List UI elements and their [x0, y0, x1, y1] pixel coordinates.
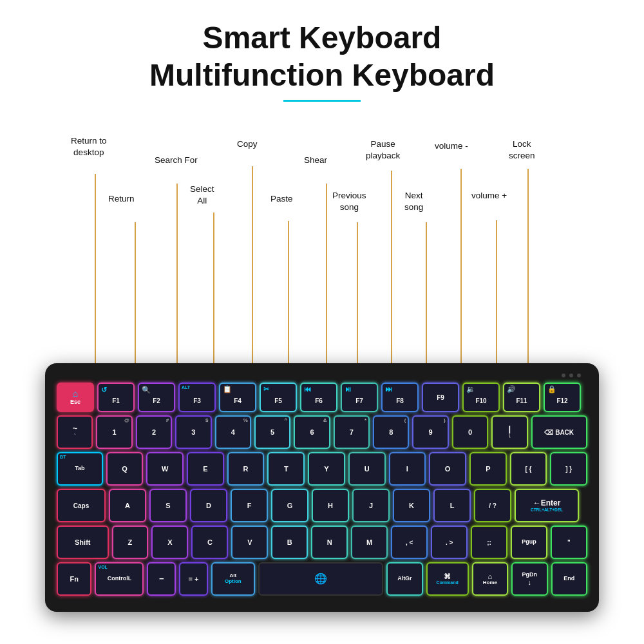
label-shear: Shear [304, 155, 327, 166]
key-o[interactable]: O [429, 452, 466, 486]
key-b[interactable]: B [271, 526, 308, 559]
key-k[interactable]: K [393, 489, 430, 522]
key-shift[interactable]: Shift [57, 526, 109, 559]
f6-icon: ⏮ [304, 385, 311, 393]
key-7[interactable]: 7* [334, 415, 370, 449]
key-command[interactable]: ⌘ Command [426, 562, 469, 596]
key-z[interactable]: Z [112, 526, 149, 559]
f5-label: F5 [274, 397, 282, 404]
key-9[interactable]: 9) [412, 415, 448, 449]
key-equals[interactable]: = + [179, 562, 208, 596]
key-pipe[interactable]: |\ [491, 415, 527, 449]
f12-icon: 🔒 [547, 385, 556, 393]
key-g[interactable]: G [271, 489, 308, 522]
key-y[interactable]: Y [308, 452, 345, 486]
key-f11[interactable]: 🔊 F11 [503, 383, 540, 412]
key-tab[interactable]: BT Tab [57, 452, 103, 486]
key-minus[interactable]: − [147, 562, 176, 596]
key-2[interactable]: 2# [136, 415, 172, 449]
zxcv-row: Shift Z X C V B N M , < . > ;: Pgup " [57, 526, 587, 559]
key-w[interactable]: W [146, 452, 184, 486]
key-dot[interactable]: . > [431, 526, 468, 559]
key-t[interactable]: T [267, 452, 305, 486]
key-h[interactable]: H [312, 489, 349, 522]
key-f[interactable]: F [231, 489, 268, 522]
key-s[interactable]: S [149, 489, 187, 522]
number-row: ~` 1@ 2# 3$ 4% 5^ 6& 7* 8( 9) 0 |\ ⌫ BAC… [57, 415, 587, 449]
key-home[interactable]: ⌂ Home [472, 562, 508, 596]
label-lock-screen: Lockscreen [509, 138, 535, 161]
esc-icon: ⌂ [73, 389, 78, 399]
key-f9[interactable]: F9 [422, 383, 459, 412]
key-a[interactable]: A [109, 489, 146, 522]
key-u[interactable]: U [348, 452, 386, 486]
key-4[interactable]: 4% [215, 415, 251, 449]
title-underline [283, 100, 361, 102]
key-fn[interactable]: Fn [57, 562, 91, 596]
key-d[interactable]: D [190, 489, 227, 522]
key-f3[interactable]: ALT F3 [178, 383, 216, 412]
key-n[interactable]: N [311, 526, 348, 559]
key-x[interactable]: X [151, 526, 188, 559]
label-volume-minus: volume - [435, 140, 468, 152]
labels-area: Return todesktop Search For Copy Shear P… [0, 122, 644, 354]
key-alt[interactable]: Alt Option [211, 562, 255, 596]
f2-icon: 🔍 [142, 386, 151, 393]
led-3 [577, 374, 581, 377]
key-ctrl[interactable]: VOL ControlL [95, 562, 144, 596]
f10-label: F10 [475, 397, 486, 404]
key-5[interactable]: 5^ [254, 415, 290, 449]
key-3[interactable]: 3$ [175, 415, 211, 449]
key-f5[interactable]: ✂ F5 [260, 383, 297, 412]
label-copy: Copy [237, 138, 258, 150]
key-lbracket[interactable]: [ { [510, 452, 547, 486]
f1-label: F1 [112, 397, 120, 404]
key-v[interactable]: V [231, 526, 268, 559]
keyboard-wrapper: ⌂ Esc ↺ F1 🔍 F2 ALT F3 📋 F4 ✂ F5 [45, 363, 599, 612]
key-enter[interactable]: ←Enter CTRL+ALT+DEL [515, 489, 579, 522]
key-f10[interactable]: 🔉 F10 [462, 383, 500, 412]
key-esc[interactable]: ⌂ Esc [57, 383, 94, 412]
key-caps[interactable]: Caps [57, 489, 106, 522]
key-tilde[interactable]: ~` [57, 415, 93, 449]
key-f7[interactable]: ⏯ F7 [341, 383, 378, 412]
key-f4[interactable]: 📋 F4 [219, 383, 256, 412]
key-semi[interactable]: ;: [471, 526, 507, 559]
key-0[interactable]: 0 [452, 415, 488, 449]
f11-icon: 🔊 [507, 385, 516, 393]
f6-label: F6 [315, 397, 323, 404]
key-comma[interactable]: , < [391, 526, 428, 559]
key-i[interactable]: I [389, 452, 426, 486]
key-f6[interactable]: ⏮ F6 [300, 383, 337, 412]
key-q[interactable]: Q [106, 452, 144, 486]
f7-label: F7 [355, 397, 363, 404]
key-quote[interactable]: " [551, 526, 587, 559]
key-slash[interactable]: / ? [474, 489, 511, 522]
key-r[interactable]: R [227, 452, 265, 486]
key-pgdn[interactable]: PgDn ↓ [511, 562, 547, 596]
key-1[interactable]: 1@ [96, 415, 132, 449]
label-search-for: Search For [155, 155, 198, 166]
key-m[interactable]: M [351, 526, 388, 559]
key-l[interactable]: L [433, 489, 471, 522]
key-f8[interactable]: ⏭ F8 [381, 383, 419, 412]
key-end[interactable]: End [551, 562, 587, 596]
key-pgup[interactable]: Pgup [511, 526, 547, 559]
key-e[interactable]: E [187, 452, 224, 486]
key-8[interactable]: 8( [373, 415, 409, 449]
key-space[interactable]: 🌐 [258, 562, 383, 596]
f3-label: F3 [193, 397, 201, 404]
key-6[interactable]: 6& [294, 415, 330, 449]
asdf-row: Caps A S D F G H J K L / ? ←Enter CTRL+A… [57, 489, 587, 522]
key-altgr[interactable]: AltGr [386, 562, 422, 596]
key-rbracket[interactable]: ] } [550, 452, 587, 486]
key-j[interactable]: J [352, 489, 390, 522]
key-f1[interactable]: ↺ F1 [97, 383, 135, 412]
f1-icon: ↺ [101, 386, 107, 393]
key-f12[interactable]: 🔒 F12 [544, 383, 581, 412]
key-c[interactable]: C [191, 526, 228, 559]
key-f2[interactable]: 🔍 F2 [138, 383, 175, 412]
f8-label: F8 [396, 397, 404, 404]
key-backspace[interactable]: ⌫ BACK [531, 415, 587, 449]
key-p[interactable]: P [469, 452, 507, 486]
